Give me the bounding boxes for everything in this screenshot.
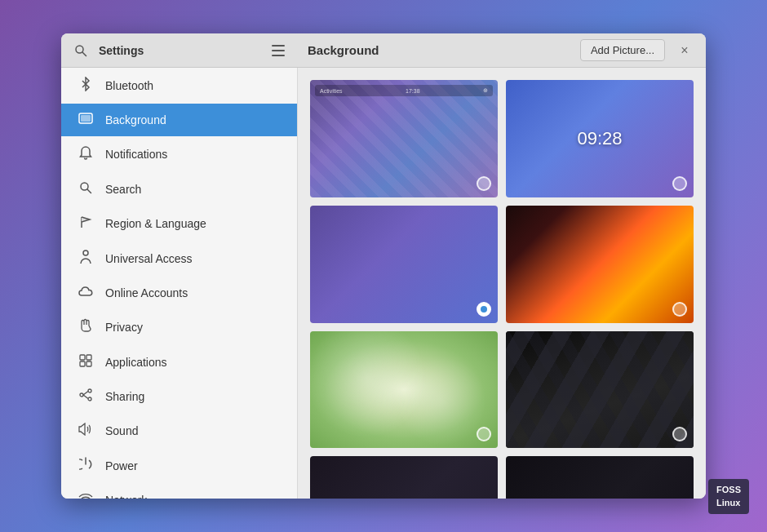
sidebar-item-notifications-label: Notifications (105, 148, 167, 161)
background-icon (78, 113, 94, 127)
sidebar-item-search[interactable]: Search (61, 172, 297, 206)
sidebar-item-bluetooth[interactable]: Bluetooth (61, 68, 297, 104)
svg-rect-15 (80, 361, 85, 366)
sidebar-item-region-label: Region & Language (105, 217, 206, 230)
sidebar-item-background-label: Background (105, 113, 166, 126)
sidebar-item-online-accounts-label: Online Accounts (105, 286, 188, 299)
svg-rect-4 (272, 55, 285, 56)
sidebar-item-notifications[interactable]: Notifications (61, 136, 297, 172)
svg-rect-13 (80, 355, 85, 360)
settings-app-label: Settings (99, 44, 144, 57)
search-icon[interactable] (69, 39, 92, 62)
hamburger-button[interactable] (267, 39, 290, 62)
svg-point-12 (83, 250, 88, 255)
sidebar-item-power-label: Power (105, 459, 138, 472)
titlebar-left: Settings (61, 39, 298, 62)
wallpaper-item-4[interactable] (506, 206, 694, 323)
sidebar-item-sound[interactable]: Sound (61, 414, 297, 448)
sidebar-item-privacy[interactable]: Privacy (61, 309, 297, 345)
sidebar-item-sound-label: Sound (105, 424, 138, 437)
foss-badge-line1: FOSS (716, 484, 741, 496)
hand-icon (78, 318, 94, 336)
foss-linux-badge: FOSS Linux (708, 479, 749, 514)
wallpaper-item-1[interactable]: Activities 17:38 ⊕ (310, 80, 498, 197)
titlebar: Settings Background Add Picture... × (61, 33, 706, 68)
svg-rect-3 (272, 50, 285, 51)
share-icon (78, 388, 94, 405)
svg-point-17 (88, 389, 91, 392)
svg-line-1 (82, 52, 86, 56)
wallpaper-preview-bar: Activities 17:38 ⊕ (315, 85, 493, 96)
cloud-icon (78, 286, 94, 300)
person-icon (78, 250, 94, 268)
titlebar-right: Background Add Picture... × (298, 39, 706, 62)
sidebar-item-universal-access-label: Universal Access (105, 252, 193, 265)
wallpaper-radio-1 (477, 176, 491, 191)
sidebar-item-region[interactable]: Region & Language (61, 206, 297, 241)
svg-point-19 (80, 393, 83, 397)
sidebar-item-network[interactable]: Network (61, 484, 297, 499)
sidebar-item-privacy-label: Privacy (105, 321, 143, 334)
wallpaper-item-5[interactable] (310, 331, 498, 449)
wallpaper-item-6[interactable] (506, 331, 694, 449)
svg-line-20 (83, 392, 88, 396)
wallpaper-item-2[interactable]: 09:28 (506, 80, 694, 197)
sidebar-item-universal-access[interactable]: Universal Access (61, 241, 297, 277)
settings-window: Settings Background Add Picture... × (61, 33, 706, 499)
svg-rect-14 (86, 355, 91, 360)
svg-rect-2 (272, 45, 285, 47)
svg-rect-16 (86, 361, 91, 366)
svg-line-10 (87, 189, 91, 193)
flag-icon (78, 215, 94, 232)
close-button[interactable]: × (673, 39, 696, 62)
sidebar-item-power[interactable]: Power (61, 448, 297, 484)
sidebar-item-network-label: Network (105, 494, 147, 499)
sidebar-item-search-label: Search (105, 183, 141, 196)
wallpaper-grid: Activities 17:38 ⊕ 09:28 (306, 76, 698, 499)
wallpaper-item-8[interactable] (506, 456, 694, 499)
wallpaper-radio-2 (672, 176, 687, 191)
sound-icon (78, 423, 94, 439)
svg-point-18 (88, 397, 91, 401)
search-sidebar-icon (78, 181, 94, 197)
power-icon (78, 457, 94, 475)
sidebar-item-bluetooth-label: Bluetooth (105, 79, 153, 92)
wallpaper-radio-3 (477, 302, 491, 317)
network-icon (78, 493, 94, 499)
foss-badge-line2: Linux (716, 497, 741, 509)
wallpaper-radio-4 (672, 302, 687, 317)
sidebar-item-online-accounts[interactable]: Online Accounts (61, 277, 297, 309)
sidebar-item-applications[interactable]: Applications (61, 345, 297, 379)
grid-icon (78, 354, 94, 370)
add-picture-button[interactable]: Add Picture... (580, 39, 665, 61)
svg-line-21 (83, 395, 88, 399)
bluetooth-icon (78, 77, 94, 95)
wallpaper-grid-container: Activities 17:38 ⊕ 09:28 (298, 68, 706, 499)
wallpaper-item-7[interactable] (310, 456, 498, 499)
sidebar: Bluetooth Background N (61, 68, 298, 499)
sidebar-item-background[interactable]: Background (61, 104, 297, 136)
wallpaper-item-3[interactable] (310, 206, 498, 323)
bell-icon (78, 145, 94, 163)
section-title: Background (308, 43, 379, 57)
sidebar-item-applications-label: Applications (105, 356, 167, 369)
main-content-area: Bluetooth Background N (61, 68, 706, 499)
svg-rect-8 (81, 115, 91, 122)
wallpaper-time-overlay: 09:28 (577, 128, 622, 149)
sidebar-item-sharing-label: Sharing (105, 390, 144, 403)
sidebar-item-sharing[interactable]: Sharing (61, 379, 297, 414)
